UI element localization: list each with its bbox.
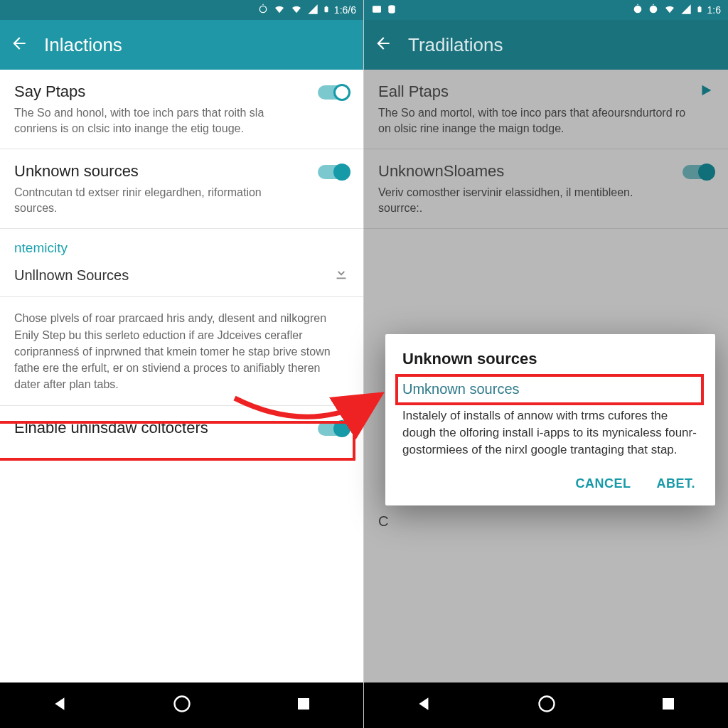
setting-title: Unknown sources <box>14 162 306 181</box>
play-icon <box>698 82 714 101</box>
dialog-body: Instalely of installs of annow with trms… <box>402 407 698 458</box>
svg-rect-1 <box>298 698 309 710</box>
signal-icon <box>307 4 318 17</box>
db-icon <box>387 4 397 17</box>
wifi-icon <box>290 4 303 17</box>
sub-item-label: Unllnown Sources <box>14 267 325 284</box>
back-button[interactable] <box>10 34 28 55</box>
svg-point-4 <box>539 697 554 712</box>
setting-title: Eall Ptaps <box>378 82 687 101</box>
svg-rect-5 <box>663 698 674 710</box>
setting-desc: Veriv comosther iservinir elassidhen, il… <box>378 185 671 215</box>
battery-icon <box>323 4 330 17</box>
back-button[interactable] <box>374 34 392 55</box>
setting-desc: Contncutan td extser rinir elegardhen, r… <box>14 185 306 215</box>
navigation-bar <box>0 682 363 728</box>
setting-item[interactable]: Say Ptaps The So and honol, with toe inc… <box>0 70 363 149</box>
toggle-switch[interactable] <box>318 165 349 179</box>
cancel-button[interactable]: CANCEL <box>572 471 633 497</box>
battery-icon <box>696 4 703 17</box>
section-label: ntemicity <box>0 229 363 259</box>
setting-desc: The So and mortol, with toe inco pars th… <box>378 105 687 136</box>
setting-title: Say Ptaps <box>14 82 306 101</box>
setting-title: UnknownSloames <box>378 162 671 181</box>
signal-icon <box>680 4 692 17</box>
timer-icon <box>632 4 643 17</box>
setting-item: UnknownSloames Veriv comosther iservinir… <box>364 149 728 229</box>
nav-home-icon[interactable] <box>172 694 192 717</box>
wifi-icon <box>273 4 286 17</box>
navigation-bar <box>364 682 728 728</box>
status-bar: 1:6/6 <box>0 0 363 20</box>
footer-char: C <box>364 513 728 530</box>
download-icon <box>333 266 349 285</box>
nav-back-icon[interactable] <box>415 695 434 716</box>
svg-point-0 <box>175 697 190 712</box>
dialog-title: Unknown sources <box>402 350 698 368</box>
nav-back-icon[interactable] <box>51 695 70 716</box>
setting-desc: The So and honol, with toe inch pars tha… <box>14 105 306 136</box>
card-icon <box>371 4 382 17</box>
toggle-switch <box>682 165 714 179</box>
page-title: Inlactions <box>44 34 122 56</box>
ok-button[interactable]: ABET. <box>653 471 698 497</box>
timer-icon <box>648 4 659 17</box>
unknown-sources-row[interactable]: Unllnown Sources <box>0 259 363 297</box>
app-bar: Inlactions <box>0 20 363 70</box>
status-time: 1:6/6 <box>334 4 356 16</box>
nav-home-icon[interactable] <box>537 694 557 717</box>
phone-screenshot-right: 1:6 Tradilations Eall Ptaps The So and m… <box>364 0 728 728</box>
highlight-box <box>395 374 704 405</box>
setting-unknown-sources[interactable]: Unknown sources Contncutan td extser rin… <box>0 149 363 229</box>
nav-recent-icon[interactable] <box>295 695 312 715</box>
timer-icon <box>257 4 269 17</box>
unknown-sources-dialog: Unknown sources Umknown sources Instalel… <box>385 334 715 505</box>
status-time: 1:6 <box>707 4 721 16</box>
page-title: Tradilations <box>408 34 503 56</box>
app-bar: Tradilations <box>364 20 728 70</box>
setting-item: Eall Ptaps The So and mortol, with toe i… <box>364 70 728 149</box>
svg-rect-2 <box>373 6 381 12</box>
toggle-switch[interactable] <box>318 85 349 100</box>
nav-recent-icon[interactable] <box>660 695 677 715</box>
status-bar: 1:6 <box>364 0 728 20</box>
wifi-icon <box>663 4 676 17</box>
annotation-arrow <box>228 355 398 441</box>
